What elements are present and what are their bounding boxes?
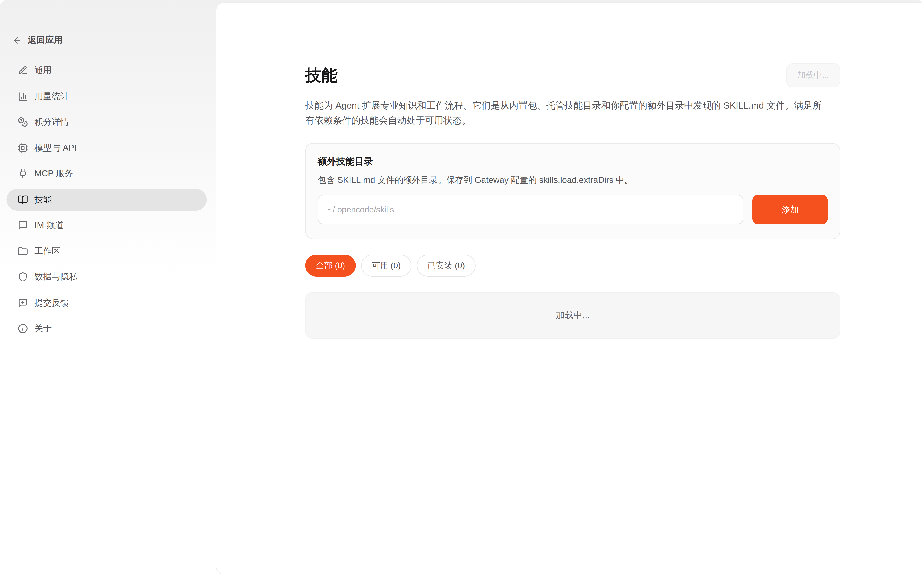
sidebar-item-general[interactable]: 通用: [6, 59, 207, 81]
cpu-icon: [18, 143, 28, 153]
arrow-left-icon: [13, 35, 22, 45]
skills-panel: 技能 加载中... 技能为 Agent 扩展专业知识和工作流程。它们是从内置包、…: [216, 2, 924, 574]
message-square-icon: [18, 220, 28, 230]
sidebar-item-label: 通用: [34, 65, 52, 76]
sidebar-item-skills[interactable]: 技能: [6, 189, 207, 210]
folder-icon: [18, 246, 28, 256]
info-icon: [18, 323, 28, 333]
skill-filter-pills: 全部 (0) 可用 (0) 已安装 (0): [305, 254, 840, 277]
pen-icon: [18, 65, 28, 75]
shield-icon: [18, 272, 28, 282]
filter-installed[interactable]: 已安装 (0): [417, 254, 476, 277]
book-open-icon: [18, 194, 28, 205]
sidebar-item-workspace[interactable]: 工作区: [6, 240, 207, 262]
skills-content: 技能 加载中... 技能为 Agent 扩展专业知识和工作流程。它们是从内置包、…: [305, 3, 840, 339]
sidebar-item-mcp[interactable]: MCP 服务: [6, 163, 207, 185]
sidebar-nav: 通用 用量统计 积分详情 模型与 API: [0, 59, 216, 339]
sidebar-item-label: 提交反馈: [34, 297, 69, 308]
back-to-app-label: 返回应用: [28, 34, 62, 46]
sidebar-item-models-api[interactable]: 模型与 API: [6, 137, 207, 159]
sidebar-item-label: 模型与 API: [34, 142, 77, 154]
filter-available[interactable]: 可用 (0): [361, 254, 412, 277]
sidebar-item-label: 技能: [34, 194, 52, 205]
sidebar-item-data-privacy[interactable]: 数据与隐私: [6, 266, 207, 288]
extra-skill-dirs-card: 额外技能目录 包含 SKILL.md 文件的额外目录。保存到 Gateway 配…: [305, 143, 840, 239]
extra-dirs-description: 包含 SKILL.md 文件的额外目录。保存到 Gateway 配置的 skil…: [318, 174, 828, 186]
back-to-app-button[interactable]: 返回应用: [13, 34, 62, 46]
skill-list-loading: 加载中...: [305, 292, 840, 339]
sidebar-item-feedback[interactable]: 提交反馈: [6, 292, 207, 314]
sidebar-item-about[interactable]: 关于: [6, 318, 207, 339]
settings-sidebar: 返回应用 通用 用量统计 积分详情: [0, 0, 216, 576]
refresh-loading-button[interactable]: 加载中...: [786, 64, 840, 87]
bar-chart-icon: [18, 91, 28, 101]
page-description: 技能为 Agent 扩展专业知识和工作流程。它们是从内置包、托管技能目录和你配置…: [305, 98, 828, 128]
sidebar-item-label: 数据与隐私: [34, 271, 77, 283]
filter-all[interactable]: 全部 (0): [305, 254, 356, 277]
sidebar-item-label: IM 频道: [34, 219, 64, 231]
extra-dirs-title: 额外技能目录: [318, 155, 828, 168]
sidebar-item-credits[interactable]: 积分详情: [6, 111, 207, 133]
message-square-plus-icon: [18, 298, 28, 308]
sidebar-item-label: MCP 服务: [34, 168, 73, 179]
sidebar-item-label: 用量统计: [34, 91, 69, 102]
add-dir-button[interactable]: 添加: [753, 195, 828, 224]
sidebar-item-label: 工作区: [34, 245, 60, 257]
extra-dirs-input-row: 添加: [318, 195, 828, 224]
sidebar-item-im-channels[interactable]: IM 频道: [6, 214, 207, 236]
sidebar-item-label: 积分详情: [34, 116, 69, 128]
page-title: 技能: [305, 65, 338, 86]
coins-icon: [18, 117, 28, 127]
page-header: 技能 加载中...: [305, 64, 840, 87]
sidebar-item-usage-stats[interactable]: 用量统计: [6, 85, 207, 107]
sidebar-item-label: 关于: [34, 323, 52, 334]
plug-icon: [18, 168, 28, 178]
app-window: 返回应用 通用 用量统计 积分详情: [0, 0, 924, 576]
skill-dir-input[interactable]: [318, 195, 744, 224]
